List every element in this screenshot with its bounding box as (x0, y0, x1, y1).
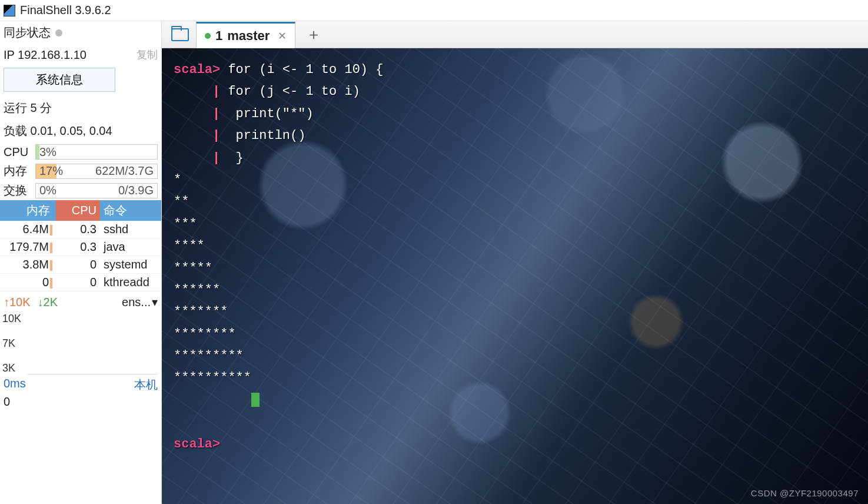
chevron-down-icon: ▾ (152, 295, 158, 309)
close-icon[interactable]: ✕ (278, 29, 287, 42)
sync-status-row: 同步状态 (0, 21, 161, 44)
terminal[interactable]: scala> for (i <- 1 to 10) { | for (j <- … (162, 48, 868, 504)
new-tab-button[interactable]: ＋ (295, 24, 332, 45)
sync-status-dot (55, 29, 62, 37)
sidebar: 同步状态 IP 192.168.1.10 复制 系统信息 运行 5 分 负载 0… (0, 21, 162, 504)
mem-label: 内存 (4, 163, 32, 179)
sync-status-label: 同步状态 (4, 25, 51, 41)
net-down: ↓2K (38, 296, 58, 309)
chart-ytick: 3K (2, 362, 21, 374)
mem-detail: 622M/3.7G (95, 164, 154, 178)
system-info-button[interactable]: 系统信息 (4, 68, 115, 92)
app-icon (4, 5, 15, 16)
open-folder-button[interactable] (164, 28, 196, 41)
runtime-value: 运行 5 分 (4, 100, 52, 116)
load-row: 负载 0.01, 0.05, 0.04 (0, 120, 161, 142)
chart-ytick: 10K (2, 313, 21, 325)
swap-pct: 0% (39, 184, 56, 197)
ip-value: 192.168.1.10 (18, 48, 87, 61)
tab-index: 1 (215, 28, 222, 44)
table-row[interactable]: 3.8M0systemd (0, 256, 161, 274)
tab-name: master (227, 28, 270, 44)
titlebar: FinalShell 3.9.6.2 (0, 0, 868, 21)
content-area: 1 master ✕ ＋ scala> for (i <- 1 to 10) {… (162, 21, 868, 504)
ping-row: 0ms 本机 (0, 374, 161, 395)
proc-header-mem[interactable]: 内存 (0, 200, 56, 221)
swap-bar: 0% 0/3.9G (35, 183, 158, 198)
swap-label: 交换 (4, 183, 32, 198)
table-row[interactable]: 6.4M0.3sshd (0, 221, 161, 238)
proc-header-cmd[interactable]: 命令 (100, 200, 161, 221)
network-chart: 10K 7K 3K (0, 313, 161, 374)
ip-label: IP (4, 48, 15, 61)
terminal-output: scala> for (i <- 1 to 10) { | for (j <- … (162, 48, 868, 466)
app-title: FinalShell 3.9.6.2 (20, 4, 111, 17)
cpu-row: CPU 3% (0, 142, 161, 161)
ping-label[interactable]: 本机 (134, 377, 158, 393)
table-row[interactable]: 00kthreadd (0, 274, 161, 291)
runtime-row: 运行 5 分 (0, 97, 161, 120)
connection-dot-icon (205, 33, 211, 39)
mem-row: 内存 17% 622M/3.7G (0, 161, 161, 181)
network-row: ↑10K ↓2K ens...▾ (0, 291, 161, 313)
watermark: CSDN @ZYF2190003497 (751, 488, 859, 498)
cpu-label: CPU (4, 145, 32, 159)
ping-below: 0 (4, 395, 10, 409)
load-value: 负载 0.01, 0.05, 0.04 (4, 123, 112, 139)
chart-ytick: 7K (2, 337, 21, 350)
swap-row: 交换 0% 0/3.9G (0, 181, 161, 200)
ip-row: IP 192.168.1.10 复制 (0, 44, 161, 65)
ping-value: 0ms (4, 377, 26, 393)
process-table: 内存 CPU 命令 6.4M0.3sshd179.7M0.3java3.8M0s… (0, 200, 161, 291)
cpu-pct: 3% (39, 145, 56, 159)
folder-icon (171, 28, 189, 41)
copy-button[interactable]: 复制 (137, 48, 158, 62)
tab-master[interactable]: 1 master ✕ (196, 22, 295, 48)
mem-pct: 17% (39, 164, 63, 178)
swap-detail: 0/3.9G (118, 184, 154, 197)
tab-bar: 1 master ✕ ＋ (162, 21, 868, 48)
net-up: ↑10K (4, 296, 31, 309)
cpu-bar: 3% (35, 144, 158, 160)
proc-header-cpu[interactable]: CPU (56, 200, 100, 221)
mem-bar: 17% 622M/3.7G (35, 164, 158, 179)
net-interface-select[interactable]: ens...▾ (122, 295, 158, 309)
table-row[interactable]: 179.7M0.3java (0, 238, 161, 256)
